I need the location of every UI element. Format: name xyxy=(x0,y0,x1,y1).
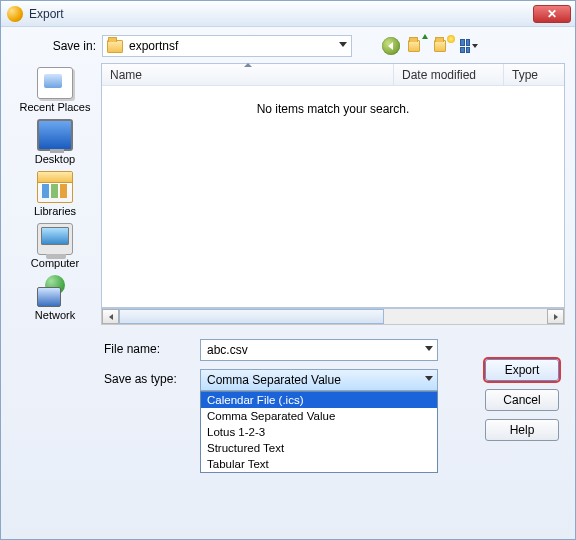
chevron-right-icon xyxy=(554,314,558,320)
place-computer[interactable]: Computer xyxy=(13,223,97,269)
new-folder-button[interactable] xyxy=(434,37,452,55)
dropdown-option-structured[interactable]: Structured Text xyxy=(201,440,437,456)
chevron-left-icon xyxy=(109,314,113,320)
filename-label: File name: xyxy=(104,339,200,356)
back-button[interactable] xyxy=(382,37,400,55)
list-header: Name Date modified Type xyxy=(102,64,564,86)
chevron-down-icon xyxy=(425,376,433,381)
chevron-down-icon xyxy=(472,44,478,48)
dropdown-option-csv[interactable]: Comma Separated Value xyxy=(201,408,437,424)
chevron-down-icon xyxy=(339,42,347,47)
view-icon xyxy=(460,39,470,53)
saveastype-label: Save as type: xyxy=(104,369,200,386)
file-list[interactable]: Name Date modified Type No items match y… xyxy=(101,63,565,308)
dropdown-option-tabular[interactable]: Tabular Text xyxy=(201,456,437,472)
savein-label: Save in: xyxy=(34,39,96,53)
export-dialog: Export ✕ Save in: exportnsf xyxy=(0,0,576,540)
column-date[interactable]: Date modified xyxy=(394,64,504,85)
help-button[interactable]: Help xyxy=(485,419,559,441)
saveastype-dropdown: Calendar File (.ics) Comma Separated Val… xyxy=(200,391,438,473)
sort-asc-icon xyxy=(244,63,252,67)
dropdown-option-calendar[interactable]: Calendar File (.ics) xyxy=(201,392,437,408)
desktop-icon xyxy=(37,119,73,151)
place-libraries[interactable]: Libraries xyxy=(13,171,97,217)
savein-value: exportnsf xyxy=(129,39,178,53)
dropdown-option-lotus[interactable]: Lotus 1-2-3 xyxy=(201,424,437,440)
saveastype-combo[interactable]: Comma Separated Value Calendar File (.ic… xyxy=(200,369,438,391)
filename-value: abc.csv xyxy=(207,343,248,357)
horizontal-scrollbar[interactable] xyxy=(101,308,565,325)
place-network[interactable]: Network xyxy=(13,275,97,321)
column-type[interactable]: Type xyxy=(504,64,564,85)
close-button[interactable]: ✕ xyxy=(533,5,571,23)
savein-combo[interactable]: exportnsf xyxy=(102,35,352,57)
close-icon: ✕ xyxy=(547,7,557,21)
places-bar: Recent Places Desktop Libraries Computer… xyxy=(9,63,101,325)
libraries-icon xyxy=(37,171,73,203)
place-recent[interactable]: Recent Places xyxy=(13,67,97,113)
scroll-thumb[interactable] xyxy=(119,309,384,324)
place-desktop[interactable]: Desktop xyxy=(13,119,97,165)
scroll-track[interactable] xyxy=(119,309,547,324)
app-icon xyxy=(7,6,23,22)
filename-input[interactable]: abc.csv xyxy=(200,339,438,361)
window-title: Export xyxy=(29,7,64,21)
folder-icon xyxy=(107,40,123,53)
cancel-button[interactable]: Cancel xyxy=(485,389,559,411)
column-name[interactable]: Name xyxy=(102,64,394,85)
saveastype-value: Comma Separated Value xyxy=(207,373,341,387)
scroll-left-button[interactable] xyxy=(102,309,119,324)
up-one-level-button[interactable] xyxy=(408,37,426,55)
chevron-down-icon xyxy=(425,346,433,351)
empty-message: No items match your search. xyxy=(102,86,564,116)
network-icon xyxy=(37,275,73,307)
export-button[interactable]: Export xyxy=(485,359,559,381)
scroll-right-button[interactable] xyxy=(547,309,564,324)
computer-icon xyxy=(37,223,73,255)
titlebar[interactable]: Export ✕ xyxy=(1,1,575,27)
recent-places-icon xyxy=(37,67,73,99)
view-menu-button[interactable] xyxy=(460,37,478,55)
